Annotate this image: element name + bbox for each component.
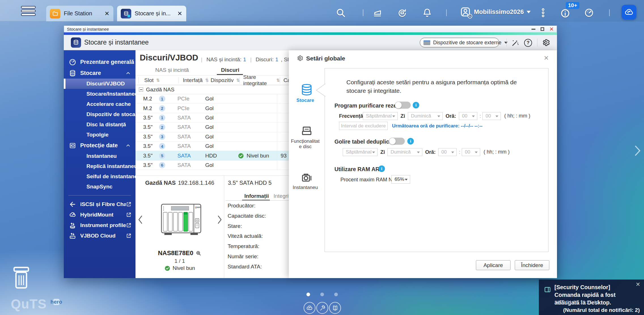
recycle-bin-icon[interactable] [12, 265, 30, 289]
scrub-minute-select[interactable]: 00 [482, 112, 501, 120]
dedup-minute-select[interactable]: 00 [462, 148, 480, 156]
background-tasks-icon[interactable] [372, 8, 383, 18]
tools-icon[interactable] [316, 302, 328, 314]
desktop-next-page-icon[interactable] [634, 145, 641, 157]
cell-device: Gol [204, 161, 237, 170]
info-icon[interactable] [378, 165, 385, 172]
sidebar-item-discuri-vjbod[interactable]: Discuri/VJBOD [64, 79, 135, 89]
search-icon[interactable] [336, 8, 346, 18]
window-titlebar[interactable]: Stocare și instantanee [64, 26, 557, 32]
desktop-page-dot[interactable] [320, 293, 324, 296]
scrub-hour-select[interactable]: 00 [459, 112, 477, 120]
scrub-day-select[interactable]: Duminică [408, 112, 443, 120]
ram-percent-select[interactable]: 65% [391, 175, 410, 184]
sidebar-item-accelerare-cache[interactable]: Accelerare cache [64, 99, 135, 109]
sidebar-item-instrument-profiler-rez[interactable]: Instrument profiler rez... [64, 220, 135, 230]
sort-icon[interactable] [156, 78, 160, 83]
notification-toast[interactable]: [Security Counselor] Comanda rapidă a fo… [539, 280, 644, 315]
cell-health-status [237, 104, 277, 113]
user-menu[interactable]: Mobilissimo2026 [460, 6, 531, 18]
chevron-up-icon[interactable] [125, 70, 131, 76]
close-tab-icon[interactable] [104, 10, 109, 17]
tab-information[interactable]: Informații [244, 193, 269, 199]
close-button[interactable]: Închidere [515, 260, 549, 270]
sidebar-item-snapsync[interactable]: SnapSync [64, 182, 135, 192]
next-nas-icon[interactable] [217, 215, 222, 224]
rail-tab-disk-feature[interactable]: Funcționalitate disc [291, 138, 320, 149]
chevron-down-icon [451, 152, 454, 153]
notifications-icon[interactable] [422, 8, 432, 18]
apply-button[interactable]: Aplicare [476, 260, 510, 270]
nas-illustration[interactable]: QNAP [161, 204, 201, 236]
zoom-in-icon[interactable] [196, 250, 202, 256]
column-device[interactable]: Dispozitiv [207, 77, 240, 83]
rail-tab-snapshot[interactable]: Instantaneu [291, 185, 320, 190]
column-interface[interactable]: Interfață [179, 77, 207, 83]
sort-icon[interactable] [276, 78, 280, 83]
more-dots-icon[interactable] [538, 8, 548, 18]
sidebar-item-label: Protecție date [80, 142, 118, 149]
guide-book-icon[interactable] [329, 302, 341, 314]
sidebar-item-iscsi-i-fibre-channel[interactable]: iSCSI și Fibre Channel [64, 199, 135, 209]
tab-nas-enclosure[interactable]: NAS și incintă [154, 67, 190, 73]
collapse-icon[interactable] [139, 87, 143, 92]
info-icon[interactable] [407, 138, 414, 144]
sidebar-item-vjbod-cloud[interactable]: VJBOD Cloud [64, 230, 135, 241]
time-format-hint: ( hh; : mm ) [484, 149, 510, 155]
sidebar-item-dispozitiv-de-stocare-exte[interactable]: Dispozitiv de stocare exte... [64, 109, 135, 119]
scrub-frequency-select[interactable]: Săptămânal [363, 112, 398, 120]
exclude-interval-button[interactable]: Interval de excludere [339, 122, 388, 130]
close-icon[interactable] [544, 54, 549, 62]
sidebar-item-replic-instantaneu[interactable]: Replică instantaneu [64, 161, 135, 171]
sidebar-item-disc-la-distan[interactable]: Disc la distanță [64, 119, 135, 130]
tab-disks[interactable]: Discuri [220, 67, 240, 73]
tab-storage-snapshots[interactable]: Stocare și in... [117, 6, 186, 21]
cell-slot: 3.5"4 [135, 142, 176, 151]
cell-slot: 3.5"5 [135, 151, 176, 160]
gear-icon[interactable] [542, 38, 550, 47]
close-icon[interactable] [549, 27, 554, 31]
tab-label: Stocare și in... [135, 10, 171, 17]
dedup-day-select[interactable]: Duminică [387, 148, 422, 156]
help-icon[interactable] [524, 39, 532, 47]
column-slot[interactable]: Slot [138, 77, 179, 83]
rail-tab-storage[interactable]: Stocare [291, 98, 320, 103]
chevron-up-icon[interactable] [125, 143, 131, 148]
close-icon[interactable] [635, 281, 640, 288]
dashboard-icon[interactable] [584, 8, 594, 18]
snapshot-icon[interactable] [301, 172, 313, 184]
minimize-icon[interactable] [531, 29, 535, 30]
sidebar-item-protec-ie-date[interactable]: Protecție date [64, 140, 135, 151]
dedup-hour-select[interactable]: 00 [438, 148, 457, 156]
dedup-toggle[interactable] [389, 138, 405, 145]
sidebar-item-topolgie[interactable]: Topolgie [64, 130, 135, 140]
previous-nas-icon[interactable] [138, 215, 143, 224]
sort-icon[interactable] [236, 78, 240, 83]
tab-file-station[interactable]: File Station [46, 6, 113, 21]
sync-icon[interactable] [397, 8, 407, 18]
disk-feature-icon[interactable] [301, 125, 313, 137]
myqnapcloud-icon[interactable] [622, 5, 636, 20]
scrub-toggle[interactable] [395, 102, 411, 109]
device-selector-dropdown[interactable]: Dispozitive de stocare externe [420, 38, 499, 47]
info-icon[interactable] [560, 8, 570, 18]
sidebar-item-stocare[interactable]: Stocare [64, 68, 135, 79]
storage-db-icon[interactable] [300, 83, 313, 96]
desktop-page-dot[interactable] [334, 293, 338, 296]
sidebar-item-prezentare-general[interactable]: Prezentare generală [64, 56, 135, 68]
sidebar-item-stocare-instantanee[interactable]: Stocare/Instantanee [64, 89, 135, 99]
slot-number-badge: 1 [159, 115, 165, 121]
sidebar-item-seiful-de-instantanee[interactable]: Seiful de instantanee [64, 171, 135, 182]
column-health[interactable]: Stare integritate [240, 77, 280, 83]
main-menu-icon[interactable] [21, 6, 36, 16]
maximize-icon[interactable] [541, 27, 544, 31]
close-tab-icon[interactable] [177, 10, 182, 17]
myqnapcloud-icon[interactable] [304, 302, 315, 314]
cell-device: Gol [204, 94, 237, 103]
sidebar-item-instantaneu[interactable]: Instantaneu [64, 151, 135, 161]
wizard-icon[interactable] [511, 39, 520, 47]
dedup-frequency-select[interactable]: Săptămânal [343, 148, 378, 156]
sidebar-item-hybridmount[interactable]: HybridMount [64, 209, 135, 220]
info-icon[interactable] [413, 102, 419, 108]
desktop-page-dot[interactable] [306, 293, 310, 296]
